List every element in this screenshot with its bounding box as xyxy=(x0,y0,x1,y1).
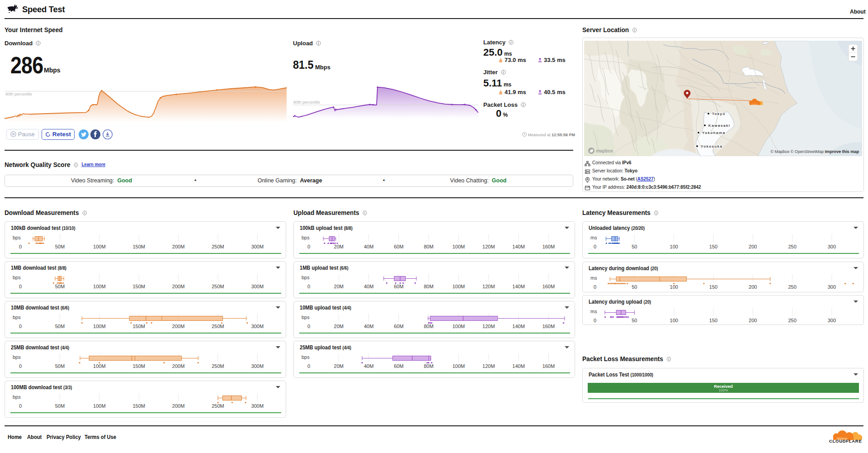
svg-text:300: 300 xyxy=(828,318,836,323)
svg-text:50M: 50M xyxy=(55,363,65,369)
svg-text:50M: 50M xyxy=(55,324,65,329)
svg-text:0: 0 xyxy=(307,284,310,289)
svg-text:50M: 50M xyxy=(55,284,65,289)
svg-text:120M: 120M xyxy=(482,244,495,249)
svg-text:80M: 80M xyxy=(424,324,433,329)
svg-text:0: 0 xyxy=(307,244,310,249)
svg-text:60M: 60M xyxy=(394,324,403,329)
svg-text:100M: 100M xyxy=(453,284,465,289)
svg-text:100M: 100M xyxy=(453,363,465,369)
svg-text:150M: 150M xyxy=(132,284,145,289)
svg-text:100M: 100M xyxy=(93,324,106,329)
svg-text:150M: 150M xyxy=(132,403,145,409)
svg-text:0: 0 xyxy=(307,324,310,329)
svg-text:150M: 150M xyxy=(132,244,145,249)
svg-text:160M: 160M xyxy=(542,284,555,289)
svg-text:200M: 200M xyxy=(172,403,185,409)
svg-text:160M: 160M xyxy=(542,244,555,249)
svg-text:300M: 300M xyxy=(251,284,264,289)
svg-text:250M: 250M xyxy=(212,363,224,369)
svg-text:60M: 60M xyxy=(394,284,403,289)
svg-text:300M: 300M xyxy=(251,324,264,329)
svg-text:0: 0 xyxy=(594,244,596,249)
svg-text:300M: 300M xyxy=(251,363,264,369)
svg-text:80M: 80M xyxy=(424,363,433,369)
svg-text:80M: 80M xyxy=(424,244,433,249)
svg-text:50M: 50M xyxy=(55,244,65,249)
svg-text:200M: 200M xyxy=(172,244,185,249)
svg-text:150: 150 xyxy=(709,244,717,249)
svg-text:200M: 200M xyxy=(172,363,185,369)
svg-text:200: 200 xyxy=(749,244,757,249)
svg-text:200M: 200M xyxy=(172,324,185,329)
svg-text:© Mapbox © OpenStreetMap Impro: © Mapbox © OpenStreetMap Improve this ma… xyxy=(770,149,859,154)
svg-text:150M: 150M xyxy=(132,363,145,369)
svg-text:250M: 250M xyxy=(212,244,224,249)
svg-text:Yokosuka: Yokosuka xyxy=(701,144,723,148)
svg-text:50M: 50M xyxy=(55,403,65,409)
svg-text:140M: 140M xyxy=(512,284,525,289)
svg-text:200: 200 xyxy=(749,318,757,323)
svg-text:20M: 20M xyxy=(334,244,344,249)
svg-text:200: 200 xyxy=(749,284,757,289)
svg-text:100M: 100M xyxy=(93,403,106,409)
svg-text:100M: 100M xyxy=(93,363,106,369)
svg-text:20M: 20M xyxy=(334,324,344,329)
svg-text:300: 300 xyxy=(828,244,836,249)
svg-text:40M: 40M xyxy=(364,324,373,329)
svg-text:50: 50 xyxy=(632,284,637,289)
svg-text:Kawasaki: Kawasaki xyxy=(708,124,731,128)
svg-text:300M: 300M xyxy=(251,244,264,249)
svg-text:20M: 20M xyxy=(334,284,344,289)
svg-text:250: 250 xyxy=(788,318,796,323)
svg-text:120M: 120M xyxy=(482,363,495,369)
svg-text:50: 50 xyxy=(632,244,637,249)
svg-text:140M: 140M xyxy=(512,324,525,329)
svg-text:100M: 100M xyxy=(93,244,106,249)
svg-text:250: 250 xyxy=(788,244,796,249)
svg-text:40M: 40M xyxy=(364,363,373,369)
svg-text:Yokohama: Yokohama xyxy=(702,131,726,135)
svg-text:60M: 60M xyxy=(394,363,403,369)
svg-text:150M: 150M xyxy=(132,324,145,329)
svg-text:120M: 120M xyxy=(482,284,495,289)
svg-text:CLOUDFLARE: CLOUDFLARE xyxy=(829,439,862,443)
svg-text:100M: 100M xyxy=(93,284,106,289)
svg-text:250: 250 xyxy=(788,284,796,289)
svg-text:0: 0 xyxy=(19,363,22,369)
svg-text:140M: 140M xyxy=(512,363,525,369)
svg-text:100M: 100M xyxy=(453,324,465,329)
svg-text:300: 300 xyxy=(828,284,836,289)
svg-text:40M: 40M xyxy=(364,244,373,249)
svg-text:20M: 20M xyxy=(334,363,344,369)
svg-text:100: 100 xyxy=(670,284,678,289)
svg-text:140M: 140M xyxy=(512,244,525,249)
svg-text:0: 0 xyxy=(19,284,22,289)
svg-text:0: 0 xyxy=(594,318,596,323)
svg-text:100: 100 xyxy=(670,244,678,249)
svg-text:250M: 250M xyxy=(212,403,224,409)
svg-text:mapbox: mapbox xyxy=(596,148,613,153)
svg-text:0: 0 xyxy=(19,403,22,409)
svg-text:250M: 250M xyxy=(212,324,224,329)
svg-text:0: 0 xyxy=(594,284,596,289)
svg-text:300M: 300M xyxy=(251,403,264,409)
svg-text:100M: 100M xyxy=(453,244,465,249)
svg-text:250M: 250M xyxy=(212,284,224,289)
svg-text:80M: 80M xyxy=(424,284,433,289)
svg-text:Tokyo: Tokyo xyxy=(712,112,726,116)
svg-text:60M: 60M xyxy=(394,244,403,249)
svg-text:0: 0 xyxy=(307,363,310,369)
svg-text:100: 100 xyxy=(670,318,678,323)
svg-text:160M: 160M xyxy=(542,324,555,329)
svg-text:150: 150 xyxy=(709,284,717,289)
svg-text:120M: 120M xyxy=(482,324,495,329)
svg-text:150: 150 xyxy=(709,318,717,323)
svg-text:0: 0 xyxy=(19,324,22,329)
svg-text:50: 50 xyxy=(632,318,637,323)
svg-text:40M: 40M xyxy=(364,284,373,289)
svg-text:0: 0 xyxy=(19,244,22,249)
svg-text:160M: 160M xyxy=(542,363,555,369)
svg-text:200M: 200M xyxy=(172,284,185,289)
